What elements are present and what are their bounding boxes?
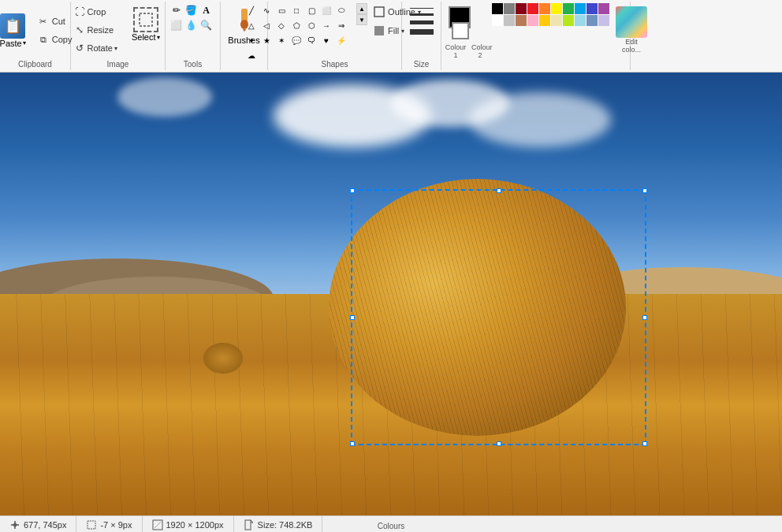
fill-tool-icon[interactable]: 🪣	[184, 3, 199, 17]
paste-label: Paste	[0, 39, 22, 48]
ribbon: 📋 Paste ▾ ✂ Cut ⧉ Copy Clipboard	[0, 0, 782, 73]
svg-rect-4	[374, 26, 384, 35]
canvas-area[interactable]	[0, 73, 782, 515]
colour-cell[interactable]	[516, 3, 527, 14]
callout-shape[interactable]: 💬	[289, 33, 303, 47]
hexagon-shape[interactable]: ⬡	[304, 18, 318, 32]
svg-rect-0	[140, 13, 152, 26]
colour-cell[interactable]	[516, 15, 527, 26]
tools-icons: ✏ 🪣 A ⬜ 💧 🔍	[169, 3, 217, 32]
curve-shape[interactable]: ∿	[259, 3, 274, 17]
paste-arrow: ▾	[23, 39, 26, 47]
colour-cell[interactable]	[504, 3, 515, 14]
colour-2-swatch[interactable]	[452, 22, 469, 39]
colour-cell[interactable]	[598, 3, 609, 14]
pentagon-shape[interactable]: ⬠	[289, 18, 303, 32]
heart-shape[interactable]: ♥	[319, 33, 333, 47]
ellipse-shape[interactable]: ⬭	[334, 3, 348, 17]
size-group-label: Size	[402, 60, 441, 69]
select-button[interactable]: Select ▾	[125, 3, 167, 46]
cloud-4	[117, 77, 212, 117]
canvas-image	[0, 73, 782, 515]
svg-rect-3	[374, 7, 384, 17]
paste-icon: 📋	[0, 13, 25, 39]
colour-cell[interactable]	[563, 3, 574, 14]
eraser-icon[interactable]: ⬜	[169, 18, 184, 32]
size-line-3[interactable]	[410, 20, 434, 24]
colour-cell[interactable]	[539, 15, 550, 26]
image-group-label: Image	[71, 60, 165, 69]
colour-cell[interactable]	[492, 15, 503, 26]
pencil-icon[interactable]: ✏	[169, 3, 184, 17]
rotate-icon: ↺	[73, 42, 86, 54]
cut-icon: ✂	[37, 15, 50, 28]
lightning-shape[interactable]: ⚡	[334, 33, 348, 47]
tools-group-label: Tools	[166, 60, 220, 69]
roundrect2-shape[interactable]: ⬜	[319, 3, 333, 17]
star4-shape[interactable]: ✦	[244, 33, 259, 47]
edit-colours-label: Editcolo...	[616, 38, 647, 54]
size-line-1[interactable]	[410, 8, 434, 9]
shapes-prev[interactable]: ▲	[356, 3, 367, 14]
small-hay-bale	[203, 343, 243, 374]
size-line-2[interactable]	[410, 13, 434, 16]
colours-group-label: Colours	[0, 522, 782, 530]
text-icon[interactable]: A	[199, 3, 214, 17]
picker-icon[interactable]: 💧	[184, 18, 199, 32]
shapes-group: ╱ ∿ ▭ □ ▢ ⬜ ⬭ △ ◁ ◇ ⬠ ⬡ → ⇒ ✦ ★ ✶ 💬 �	[268, 2, 402, 70]
colour-cell[interactable]	[539, 3, 550, 14]
bale-texture	[329, 179, 626, 436]
shapes-group-label: Shapes	[268, 60, 401, 69]
roundcallout-shape[interactable]: 🗨	[304, 33, 318, 47]
arrow2-shape[interactable]: ⇒	[334, 18, 348, 32]
rotate-button[interactable]: ↺ Rotate ▾	[69, 39, 121, 57]
roundrect-shape[interactable]: ▢	[304, 3, 318, 17]
colour-cell[interactable]	[575, 15, 586, 26]
colour-cell[interactable]	[551, 15, 562, 26]
colour-cell[interactable]	[504, 15, 515, 26]
fill-icon	[373, 24, 385, 37]
outline-icon	[373, 6, 385, 18]
colour-cell[interactable]	[598, 15, 609, 26]
main-hay-bale	[329, 179, 626, 436]
colour-cell[interactable]	[563, 15, 574, 26]
select-icon	[133, 7, 158, 32]
paste-button[interactable]: 📋 Paste ▾	[0, 9, 32, 52]
size-lines	[410, 8, 434, 46]
triangle-shape[interactable]: △	[244, 18, 259, 32]
shapes-next[interactable]: ▼	[356, 14, 367, 25]
crop-icon: ⛶	[73, 6, 86, 18]
resize-button[interactable]: ⤡ Resize	[69, 21, 121, 39]
colour-cell[interactable]	[586, 15, 598, 26]
star6-shape[interactable]: ✶	[274, 33, 289, 47]
colour-row-1	[492, 3, 609, 14]
colour-2-label: Colour2	[471, 43, 489, 59]
arrow-shape[interactable]: →	[319, 18, 333, 32]
line-shape[interactable]: ╱	[244, 3, 259, 17]
copy-icon: ⧉	[37, 33, 50, 46]
image-group: ⛶ Crop ⤡ Resize ↺ Rotate ▾ Select	[71, 2, 166, 70]
rtriangle-shape[interactable]: ◁	[259, 18, 274, 32]
diamond-shape[interactable]: ◇	[274, 18, 289, 32]
size-line-4[interactable]	[410, 29, 434, 35]
colour-cell[interactable]	[586, 3, 598, 14]
colour-cell[interactable]	[527, 3, 538, 14]
cloud-shape[interactable]: ☁	[244, 48, 259, 62]
rect-shape[interactable]: ▭	[274, 3, 289, 17]
colour-row-2	[492, 15, 609, 26]
star5-shape[interactable]: ★	[259, 33, 274, 47]
zoom-icon[interactable]: 🔍	[199, 18, 214, 32]
colour-cell[interactable]	[551, 3, 562, 14]
tools-group: ✏ 🪣 A ⬜ 💧 🔍 Tools	[166, 2, 221, 70]
colour-cell[interactable]	[527, 15, 538, 26]
colour-cell[interactable]	[575, 3, 586, 14]
bale-body	[329, 179, 626, 436]
edit-colours-button[interactable]: Editcolo...	[613, 3, 650, 57]
clipboard-group-label: Clipboard	[0, 60, 70, 69]
size-group: Size	[402, 2, 441, 70]
clipboard-group: 📋 Paste ▾ ✂ Cut ⧉ Copy Clipboard	[0, 2, 71, 70]
cloud-3	[469, 92, 611, 147]
rect2-shape[interactable]: □	[289, 3, 303, 17]
crop-button[interactable]: ⛶ Crop	[69, 3, 121, 20]
colour-cell[interactable]	[492, 3, 503, 14]
